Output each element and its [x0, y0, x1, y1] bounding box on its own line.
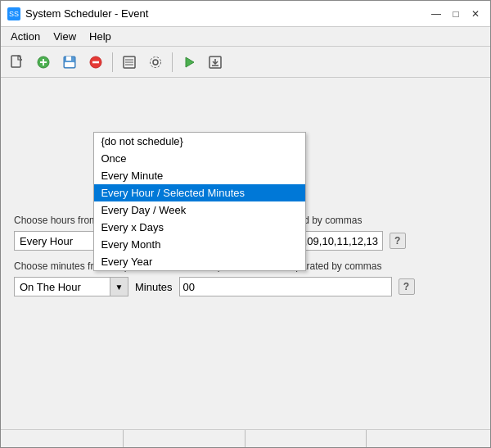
- dropdown-item-every-day-week[interactable]: Every Day / Week: [94, 201, 305, 219]
- add-button[interactable]: [32, 51, 55, 74]
- status-cell-3: [247, 430, 367, 447]
- save-button[interactable]: [58, 51, 81, 74]
- close-button[interactable]: ✕: [467, 6, 484, 22]
- svg-rect-0: [11, 56, 20, 67]
- title-bar-left: SS System Scheduler - Event: [7, 7, 148, 20]
- dropdown-item-every-minute[interactable]: Every Minute: [94, 167, 305, 184]
- svg-marker-15: [186, 57, 194, 67]
- save-icon: [62, 55, 77, 70]
- toolbar: [1, 47, 490, 78]
- menu-bar: Action View Help: [1, 27, 490, 47]
- run-icon: [182, 55, 196, 70]
- toolbar-separator-1: [112, 52, 113, 72]
- dropdown-item-every-month[interactable]: Every Month: [94, 236, 305, 253]
- minutes-field-input[interactable]: [179, 277, 392, 296]
- list-icon: [122, 55, 137, 70]
- svg-rect-6: [65, 62, 74, 67]
- app-icon: SS: [7, 7, 20, 20]
- window-title: System Scheduler - Event: [25, 7, 148, 20]
- title-bar-controls: — □ ✕: [428, 6, 484, 22]
- menu-action[interactable]: Action: [4, 29, 47, 44]
- minutes-input-row: On The Hour ▼ Minutes ?: [14, 277, 477, 296]
- new-button[interactable]: [6, 51, 29, 74]
- dropdown-item-once[interactable]: Once: [94, 150, 305, 167]
- status-cell-4: [368, 430, 487, 447]
- title-bar: SS System Scheduler - Event — □ ✕: [1, 1, 490, 27]
- gear-icon: [148, 55, 163, 70]
- new-icon: [10, 55, 25, 70]
- add-icon: [36, 55, 51, 70]
- hours-dropdown-value: Every Hour: [20, 235, 73, 247]
- menu-help[interactable]: Help: [83, 29, 118, 44]
- export-icon: [208, 55, 223, 70]
- export-button[interactable]: [204, 51, 227, 74]
- schedule-type-dropdown: {do not schedule} Once Every Minute Ever…: [93, 132, 306, 271]
- svg-rect-5: [66, 57, 71, 61]
- minutes-dropdown-value: On The Hour: [20, 281, 81, 293]
- minutes-dropdown-wrapper: On The Hour ▼: [14, 277, 128, 296]
- list-button[interactable]: [118, 51, 141, 74]
- minutes-field-label: Minutes: [135, 281, 173, 293]
- minimize-button[interactable]: —: [428, 6, 444, 22]
- svg-point-14: [151, 57, 161, 67]
- delete-icon: [88, 55, 103, 70]
- minutes-help-button[interactable]: ?: [399, 278, 415, 295]
- status-bar: [1, 429, 490, 447]
- status-cell-1: [4, 430, 124, 447]
- delete-button[interactable]: [84, 51, 107, 74]
- toolbar-separator-2: [172, 52, 173, 72]
- settings-button[interactable]: [144, 51, 167, 74]
- minutes-dropdown-display[interactable]: On The Hour ▼: [14, 277, 128, 296]
- maximize-button[interactable]: □: [448, 6, 464, 22]
- content-area: Event Schedule Schedule Type: Every Hour…: [1, 78, 490, 447]
- run-button[interactable]: [178, 51, 200, 74]
- hours-help-button[interactable]: ?: [390, 233, 406, 249]
- main-window: SS System Scheduler - Event — □ ✕ Action…: [0, 0, 491, 448]
- status-cell-2: [125, 430, 245, 447]
- dropdown-item-every-x-days[interactable]: Every x Days: [94, 219, 305, 236]
- svg-point-13: [153, 60, 158, 65]
- dropdown-item-every-hour[interactable]: Every Hour / Selected Minutes: [94, 184, 305, 201]
- dropdown-item-no-schedule[interactable]: {do not schedule}: [94, 133, 305, 150]
- minutes-dropdown-arrow[interactable]: ▼: [110, 278, 128, 296]
- dropdown-item-every-year[interactable]: Every Year: [94, 253, 305, 270]
- menu-view[interactable]: View: [47, 29, 83, 44]
